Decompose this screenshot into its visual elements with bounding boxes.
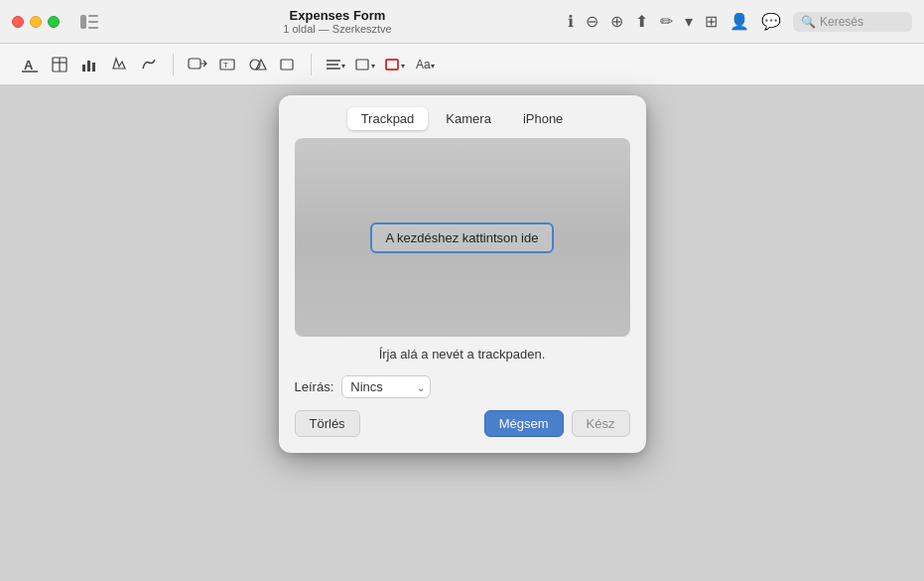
pen-icon[interactable]: ✏ <box>660 12 673 31</box>
share-icon[interactable]: ⬆ <box>635 12 648 31</box>
signature-area[interactable]: A kezdéshez kattintson ide <box>295 138 630 337</box>
draw-icon[interactable] <box>135 51 163 78</box>
svg-rect-17 <box>281 60 293 70</box>
svg-rect-11 <box>92 63 95 72</box>
tab-iphone[interactable]: iPhone <box>509 107 577 130</box>
zoom-in-icon[interactable]: ⊕ <box>610 12 623 31</box>
description-select-wrapper: Nincs <box>341 375 431 398</box>
svg-text:Aa: Aa <box>416 58 431 72</box>
svg-rect-0 <box>80 15 86 29</box>
app-subtitle: 1 oldal — Szerkesztve <box>283 23 391 35</box>
toolbar-group-insert: T <box>184 51 301 78</box>
popup-tabs: Trackpad Kamera iPhone <box>279 95 646 138</box>
window-title: Expenses Form 1 oldal — Szerkesztve <box>115 8 560 35</box>
search-box[interactable]: 🔍 Keresés <box>793 12 912 32</box>
svg-text:▾: ▾ <box>401 62 405 71</box>
description-label: Leírás: <box>295 379 334 394</box>
tab-camera[interactable]: Kamera <box>432 107 505 130</box>
toolbar: A T ▾ ▾ <box>0 44 924 85</box>
style-dropdown-icon[interactable]: ▾ <box>351 51 379 78</box>
svg-rect-10 <box>87 61 90 72</box>
info-icon[interactable]: ℹ <box>568 12 574 31</box>
description-row: Leírás: Nincs <box>279 375 646 398</box>
svg-text:A: A <box>24 58 34 73</box>
add-page-icon[interactable]: ⊞ <box>705 12 718 31</box>
shapes-dropdown-icon[interactable] <box>243 51 271 78</box>
description-select[interactable]: Nincs <box>341 375 431 398</box>
svg-rect-9 <box>82 65 85 72</box>
chart-icon[interactable] <box>75 51 103 78</box>
insert-dropdown-icon[interactable] <box>184 51 211 78</box>
main-content: Trackpad Kamera iPhone A kezdéshez katti… <box>0 85 924 581</box>
separator-1 <box>173 54 174 75</box>
markup-icon[interactable] <box>105 51 133 78</box>
textbox-icon[interactable]: T <box>213 51 241 78</box>
svg-text:T: T <box>223 61 228 70</box>
text-style-dropdown-icon[interactable]: Aa▾ <box>411 51 439 78</box>
align-dropdown-icon[interactable]: ▾ <box>322 51 349 78</box>
delete-button[interactable]: Törlés <box>295 410 360 437</box>
search-placeholder: Keresés <box>820 15 863 29</box>
toolbar-group-format: ▾ ▾ ▾ Aa▾ <box>322 51 439 78</box>
maximize-button[interactable] <box>48 16 60 28</box>
separator-2 <box>311 54 312 75</box>
btn-right-group: Mégsem Kész <box>484 410 630 437</box>
app-name: Expenses Form <box>290 8 386 23</box>
comments-icon[interactable]: 💬 <box>761 12 781 31</box>
svg-rect-22 <box>356 60 368 70</box>
svg-rect-24 <box>386 60 398 70</box>
signature-popup: Trackpad Kamera iPhone A kezdéshez katti… <box>279 95 646 453</box>
svg-text:▾: ▾ <box>341 62 345 71</box>
titlebar-right: ℹ ⊖ ⊕ ⬆ ✏ ▾ ⊞ 👤 💬 🔍 Keresés <box>568 12 912 32</box>
click-to-sign-prompt[interactable]: A kezdéshez kattintson ide <box>370 222 555 253</box>
svg-text:▾: ▾ <box>371 62 375 71</box>
instruction-text: Írja alá a nevét a trackpaden. <box>295 347 630 362</box>
rect-icon[interactable] <box>273 51 301 78</box>
border-dropdown-icon[interactable]: ▾ <box>381 51 409 78</box>
svg-rect-2 <box>88 21 98 23</box>
search-icon: 🔍 <box>801 15 816 29</box>
titlebar: Expenses Form 1 oldal — Szerkesztve ℹ ⊖ … <box>0 0 924 44</box>
text-icon[interactable]: A <box>16 51 44 78</box>
minimize-button[interactable] <box>30 16 42 28</box>
zoom-out-icon[interactable]: ⊖ <box>586 12 598 31</box>
svg-rect-1 <box>88 15 98 17</box>
close-button[interactable] <box>12 16 24 28</box>
svg-marker-16 <box>256 60 266 70</box>
done-button[interactable]: Kész <box>572 410 630 437</box>
svg-rect-3 <box>88 27 98 29</box>
action-buttons: Törlés Mégsem Kész <box>279 410 646 437</box>
traffic-lights <box>12 16 60 28</box>
toolbar-group-text: A <box>16 51 163 78</box>
user-icon[interactable]: 👤 <box>729 12 749 31</box>
svg-text:▾: ▾ <box>431 62 435 71</box>
tab-trackpad[interactable]: Trackpad <box>347 107 429 130</box>
svg-rect-12 <box>189 59 200 69</box>
sidebar-toggle-button[interactable] <box>75 12 103 32</box>
pen-dropdown-icon[interactable]: ▾ <box>685 12 693 31</box>
cancel-button[interactable]: Mégsem <box>484 410 564 437</box>
table-icon[interactable] <box>46 51 73 78</box>
